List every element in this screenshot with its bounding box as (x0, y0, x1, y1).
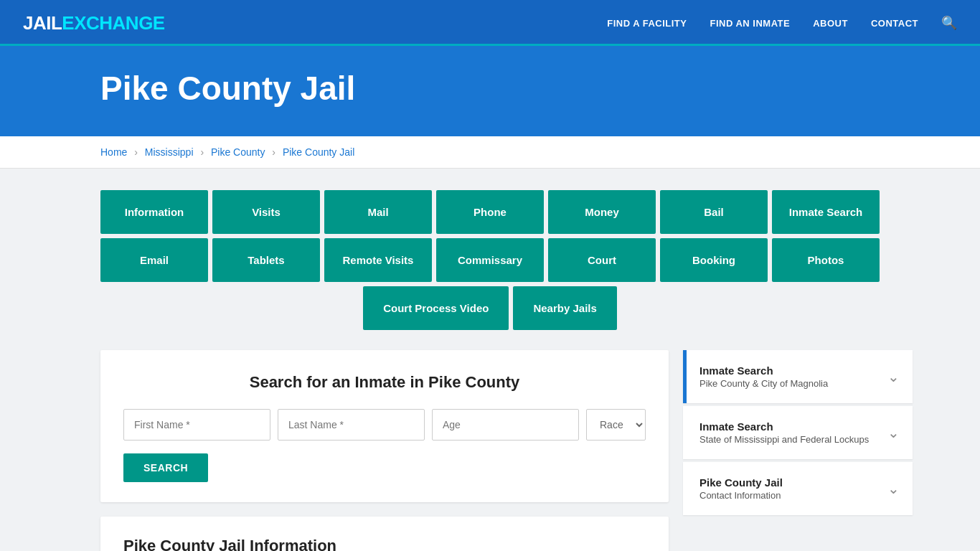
logo[interactable]: JAIL EXCHANGE (23, 12, 165, 34)
age-input[interactable] (432, 409, 579, 441)
sidebar: Inmate Search Pike County & City of Magn… (683, 350, 913, 518)
hero-section: Pike County Jail (0, 46, 980, 136)
left-column: Search for an Inmate in Pike County Race… (100, 350, 669, 551)
lastname-input[interactable] (278, 409, 425, 441)
sidebar-item-inmate-search-pike[interactable]: Inmate Search Pike County & City of Magn… (683, 350, 913, 403)
btn-court-process-video[interactable]: Court Process Video (363, 286, 509, 330)
btn-phone[interactable]: Phone (436, 190, 544, 234)
button-grid-row2: Email Tablets Remote Visits Commissary C… (100, 238, 880, 282)
sidebar-item-bottom-0: Pike County & City of Magnolia (699, 378, 828, 389)
breadcrumb-home[interactable]: Home (100, 146, 127, 158)
breadcrumb: Home › Mississippi › Pike County › Pike … (0, 136, 980, 169)
sidebar-item-inmate-search-state[interactable]: Inmate Search State of Mississippi and F… (683, 406, 913, 459)
btn-mail[interactable]: Mail (324, 190, 432, 234)
nav-about[interactable]: ABOUT (813, 18, 848, 29)
button-grid-row3: Court Process Video Nearby Jails (100, 286, 880, 330)
firstname-input[interactable] (123, 409, 270, 441)
sidebar-item-contact-info[interactable]: Pike County Jail Contact Information ⌄ (683, 462, 913, 515)
btn-bail[interactable]: Bail (660, 190, 768, 234)
btn-email[interactable]: Email (100, 238, 208, 282)
search-title: Search for an Inmate in Pike County (123, 373, 646, 392)
page-title: Pike County Jail (100, 69, 880, 108)
search-card: Search for an Inmate in Pike County Race… (100, 350, 669, 502)
content-row: Search for an Inmate in Pike County Race… (100, 350, 880, 551)
breadcrumb-pike-county-jail[interactable]: Pike County Jail (283, 146, 354, 158)
navbar: JAIL EXCHANGE FIND A FACILITY FIND AN IN… (0, 0, 980, 46)
btn-money[interactable]: Money (548, 190, 656, 234)
btn-visits[interactable]: Visits (212, 190, 320, 234)
breadcrumb-sep-1: › (134, 146, 141, 158)
race-select[interactable]: Race (586, 409, 646, 441)
breadcrumb-mississippi[interactable]: Mississippi (145, 146, 194, 158)
chevron-down-icon-1: ⌄ (887, 424, 900, 441)
chevron-down-icon-0: ⌄ (887, 368, 900, 385)
breadcrumb-sep-3: › (272, 146, 278, 158)
info-title: Pike County Jail Information (123, 537, 646, 551)
search-button[interactable]: SEARCH (123, 453, 208, 482)
sidebar-item-top-2: Pike County Jail (699, 476, 783, 489)
btn-photos[interactable]: Photos (772, 238, 880, 282)
btn-nearby-jails[interactable]: Nearby Jails (513, 286, 616, 330)
btn-remote-visits[interactable]: Remote Visits (324, 238, 432, 282)
nav-links: FIND A FACILITY FIND AN INMATE ABOUT CON… (607, 15, 957, 31)
nav-find-facility[interactable]: FIND A FACILITY (607, 18, 687, 29)
btn-commissary[interactable]: Commissary (436, 238, 544, 282)
btn-booking[interactable]: Booking (660, 238, 768, 282)
main-content: Information Visits Mail Phone Money Bail… (0, 169, 980, 551)
chevron-down-icon-2: ⌄ (887, 480, 900, 497)
sidebar-item-bottom-1: State of Mississippi and Federal Lockups (699, 434, 869, 445)
sidebar-item-top-0: Inmate Search (699, 364, 828, 377)
logo-jail: JAIL (23, 12, 62, 34)
sidebar-item-top-1: Inmate Search (699, 420, 869, 433)
sidebar-item-bottom-2: Contact Information (699, 490, 783, 501)
btn-tablets[interactable]: Tablets (212, 238, 320, 282)
nav-contact[interactable]: CONTACT (871, 18, 918, 29)
info-section: Pike County Jail Information (100, 517, 669, 551)
logo-exchange: EXCHANGE (62, 12, 164, 34)
btn-court[interactable]: Court (548, 238, 656, 282)
button-grid-row1: Information Visits Mail Phone Money Bail… (100, 190, 880, 234)
breadcrumb-pike-county[interactable]: Pike County (211, 146, 265, 158)
nav-find-inmate[interactable]: FIND AN INMATE (710, 18, 790, 29)
nav-search-icon[interactable]: 🔍 (941, 15, 957, 31)
search-form-row: Race (123, 409, 646, 441)
breadcrumb-sep-2: › (200, 146, 207, 158)
btn-inmate-search[interactable]: Inmate Search (772, 190, 880, 234)
btn-information[interactable]: Information (100, 190, 208, 234)
